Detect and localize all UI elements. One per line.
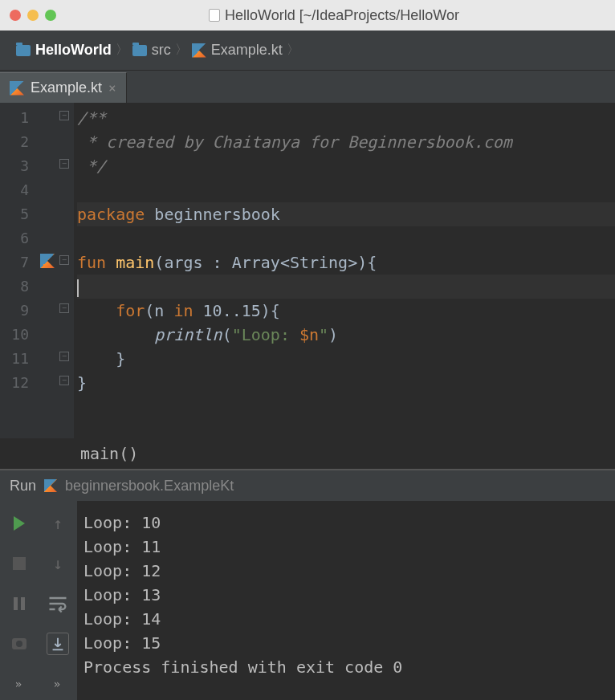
fold-toggle-icon[interactable]: − [59,159,69,169]
kotlin-icon [44,479,57,492]
code-text: ) [328,325,338,344]
run-toolwindow: » ↑ ↓ » Loop: 10 Loop: 11 Loop: 12 Loop:… [0,501,615,700]
code-line [77,178,615,202]
code-line [77,226,615,250]
code-funcname: main [116,253,154,272]
console-line: Process finished with exit code 0 [83,655,609,679]
editor-tab[interactable]: Example.kt × [0,72,127,103]
line-number: 9 [0,299,29,323]
line-number: 4 [0,178,29,202]
console-output[interactable]: Loop: 10 Loop: 11 Loop: 12 Loop: 13 Loop… [77,501,615,700]
fold-gutter: − − − − − − [37,103,74,438]
fold-toggle-icon[interactable]: − [59,376,69,385]
line-number-gutter: 1 2 3 4 5 6 7 8 9 10 11 12 [0,103,37,438]
fold-toggle-icon[interactable]: − [59,255,69,265]
stop-button[interactable] [8,552,31,575]
console-line: Loop: 14 [83,607,609,631]
code-keyword: package [77,205,145,224]
code-keyword: in [173,301,193,320]
console-line: Loop: 11 [83,535,609,559]
wrap-icon [47,592,69,615]
line-number: 11 [0,347,29,371]
chevron-right-icon: 〉 [118,43,126,58]
line-number: 10 [0,323,29,347]
up-button[interactable]: ↑ [47,512,69,535]
code-line: } [77,371,615,395]
run-target: beginnersbook.ExampleKt [65,478,234,494]
line-number: 7 [0,250,29,275]
rerun-button[interactable] [8,512,31,535]
window-title-text: HelloWorld [~/IdeaProjects/HelloWor [225,7,459,24]
kotlin-icon [192,43,206,58]
kotlin-icon [10,81,24,96]
code-keyword: fun [77,253,116,272]
folder-icon [16,45,31,56]
code-comment: * created by Chaitanya for Beginnersbook… [77,132,512,152]
code-comment: */ [77,157,106,176]
code-call: println [154,325,222,344]
line-number: 12 [0,371,29,395]
pause-button[interactable] [8,592,31,615]
console-line: Loop: 13 [83,583,609,607]
chevron-right-icon: 〉 [289,43,297,58]
code-text: beginnersbook [145,205,280,224]
code-text: (n [145,301,173,320]
code-string-var: $n [299,325,319,344]
code-area[interactable]: /** * created by Chaitanya for Beginners… [74,103,615,438]
cursor-caret [77,279,79,297]
breadcrumb-label: HelloWorld [35,42,112,59]
file-icon [209,9,220,22]
more-button[interactable]: » [8,673,31,695]
line-number: 2 [0,130,29,154]
breadcrumb: HelloWorld 〉 src 〉 Example.kt 〉 [0,31,615,71]
code-comment: /** [77,108,106,128]
structure-hint[interactable]: main() [0,438,615,469]
code-string: " [319,325,328,344]
minimize-window-button[interactable] [27,10,39,21]
camera-icon [12,638,26,649]
code-keyword: for [77,301,145,320]
titlebar: HelloWorld [~/IdeaProjects/HelloWor [0,0,615,31]
chevron-right-icon: 〉 [177,43,185,58]
fold-toggle-icon[interactable]: − [59,303,69,313]
tabbar: Example.kt × [0,71,615,103]
console-line: Loop: 15 [83,631,609,655]
dump-button[interactable] [8,633,31,655]
line-number: 1 [0,106,29,130]
run-gutter-icon[interactable] [40,254,55,268]
code-params: (args : Array<String>){ [154,253,377,272]
code-text: ( [222,325,232,344]
code-line: } [77,347,615,371]
close-tab-icon[interactable]: × [108,80,116,96]
folder-icon [132,45,147,56]
line-number: 5 [0,202,29,226]
window-title: HelloWorld [~/IdeaProjects/HelloWor [63,7,605,24]
console-line: Loop: 12 [83,559,609,583]
breadcrumb-file[interactable]: Example.kt [185,39,289,62]
console-line: Loop: 10 [83,511,609,535]
soft-wrap-button[interactable] [47,592,69,615]
breadcrumb-label: Example.kt [211,42,283,59]
line-number: 6 [0,226,29,250]
structure-hint-text: main() [80,444,138,463]
fold-toggle-icon[interactable]: − [59,352,69,361]
run-toolwindow-header[interactable]: Run beginnersbook.ExampleKt [0,469,615,501]
breadcrumb-src[interactable]: src [126,39,177,62]
stop-icon [13,557,26,570]
fold-toggle-icon[interactable]: − [59,111,69,120]
down-button[interactable]: ↓ [47,552,69,575]
run-toolbar-left: » [0,501,39,700]
scroll-end-icon [49,635,67,653]
line-number: 3 [0,154,29,178]
run-label: Run [10,478,36,494]
code-string: "Loop: [232,325,299,344]
code-editor[interactable]: 1 2 3 4 5 6 7 8 9 10 11 12 − − − − − − /… [0,103,615,438]
code-text: 10..15){ [193,301,280,320]
maximize-window-button[interactable] [45,10,56,21]
close-window-button[interactable] [10,10,21,21]
more-button[interactable]: » [47,673,69,695]
line-number: 8 [0,275,29,299]
breadcrumb-project[interactable]: HelloWorld [10,39,118,62]
breadcrumb-label: src [152,42,171,59]
scroll-to-end-button[interactable] [47,633,69,655]
